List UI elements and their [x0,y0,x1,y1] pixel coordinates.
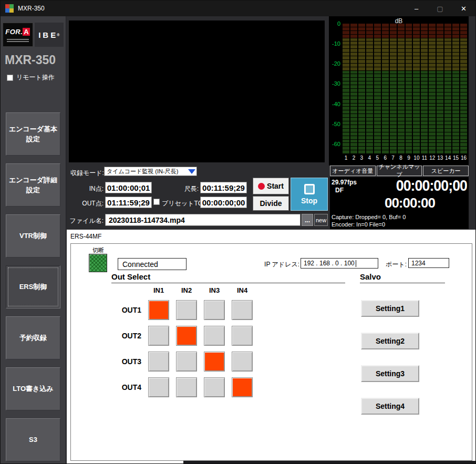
meter-led [452,35,459,38]
meter-led [413,92,420,96]
meter-led [358,53,365,56]
matrix-cell-out3-in3[interactable] [204,352,225,372]
meter-button-1[interactable]: オーディオ音量 [330,166,376,176]
meter-led [444,89,451,92]
matrix-cell-out1-in3[interactable] [204,300,225,320]
meter-led [421,42,428,45]
matrix-cell-out4-in1[interactable] [148,377,169,397]
in-point-field[interactable]: 01:00:00;01 [105,182,152,193]
meter-led [421,60,428,63]
meter-led [343,132,349,136]
matrix-cell-out3-in1[interactable] [148,352,169,372]
meter-led [366,92,373,96]
meter-led [444,132,451,136]
meter-scale-label: -10 [332,41,340,47]
preset-tc-field[interactable]: 00:00:00;00 [200,197,247,208]
ip-address-field[interactable]: 192 . 168 . 0 . 100 [301,258,378,269]
sidebar-item-scheduled-record[interactable]: 予約収録 [6,316,60,359]
matrix-cell-out2-in3[interactable] [204,326,225,346]
meter-led [437,60,443,63]
maximize-button[interactable]: ▢ [428,1,452,16]
meter-led [452,150,459,153]
new-file-button[interactable]: new [314,214,328,226]
preset-tc-checkbox[interactable] [153,199,160,205]
meter-led [406,140,412,143]
meter-led [350,60,357,63]
meter-led [460,147,467,150]
remote-operation-checkbox[interactable] [7,75,13,81]
meter-led [437,45,443,48]
meter-led [398,38,405,42]
matrix-cell-out1-in2[interactable] [176,300,197,320]
meter-led [382,104,389,107]
matrix-cell-out3-in4[interactable] [232,352,253,372]
matrix-cell-out2-in1[interactable] [148,326,169,346]
meter-led [429,49,436,52]
port-field[interactable]: 1234 [408,258,449,268]
meter-led [413,110,420,114]
meter-led [444,85,451,88]
meter-led [382,92,389,96]
matrix-col-header-in3: IN3 [204,286,225,294]
close-button[interactable]: ✕ [452,1,475,16]
meter-button-2[interactable]: チャンネルマップ [377,166,422,176]
sidebar-item-ers-control[interactable]: ERS制御 [6,265,60,308]
meter-led [366,53,373,56]
stop-button[interactable]: Stop [291,178,328,211]
out-point-label: OUT点: [70,199,104,208]
meter-led [343,74,349,77]
meter-led [343,71,349,74]
meter-led [413,78,420,81]
start-button[interactable]: Start [253,178,289,194]
meter-led [444,100,451,103]
meter-led [350,56,357,59]
meter-led [421,96,428,99]
meter-led [421,132,428,136]
matrix-cell-out1-in4[interactable] [232,300,253,320]
meter-led [398,53,405,56]
sidebar-item-encoder-basic[interactable]: エンコーダ基本 設定 [6,112,60,156]
matrix-cell-out1-in1[interactable] [148,300,169,320]
matrix-cell-out4-in3[interactable] [204,377,225,397]
browse-button[interactable]: ... [302,214,313,226]
encoder-status: Encoder: In=0 File=0 [332,221,385,228]
filename-field[interactable]: 20230118-114734.mp4 [105,214,301,226]
sidebar-item-lto-write[interactable]: LTO書き込み [6,367,60,410]
salvo-setting-2-button[interactable]: Setting2 [361,333,419,349]
meter-button-3[interactable]: スピーカー [423,166,469,176]
meter-led [437,67,443,70]
divide-button[interactable]: Divide [253,196,289,211]
out-point-field[interactable]: 01:11:59;29 [105,197,152,208]
duration-field[interactable]: 00:11:59;29 [200,182,247,193]
meter-led [398,74,405,77]
matrix-cell-out2-in2[interactable] [176,326,197,346]
meter-led [343,150,349,153]
meter-channel-labels: 12345678910111213141516 [343,155,467,161]
matrix-cell-out4-in4[interactable] [232,377,253,397]
divide-button-label: Divide [260,199,282,208]
meter-led [406,147,412,150]
meter-led [374,96,381,99]
salvo-setting-4-button[interactable]: Setting4 [361,398,419,415]
meter-led [429,118,436,121]
meter-led [429,114,436,117]
sidebar-item-encoder-detail[interactable]: エンコーダ詳細 設定 [6,163,60,207]
meter-led [343,24,349,27]
salvo-setting-3-button[interactable]: Setting3 [361,365,419,382]
sidebar-item-s3[interactable]: S3 [6,418,60,461]
record-mode-dropdown[interactable]: タイムコード監視 (IN-尺長) [104,167,197,176]
meter-led [382,140,389,143]
sidebar-item-vtr-control[interactable]: VTR制御 [6,214,60,257]
minimize-button[interactable]: – [405,1,428,16]
meter-led [452,24,459,27]
matrix-cell-out2-in4[interactable] [232,326,253,346]
meter-led [429,42,436,45]
meter-led [429,92,436,96]
meter-led [444,49,451,52]
matrix-cell-out4-in2[interactable] [176,377,197,397]
connect-toggle-button[interactable] [89,254,107,272]
matrix-cell-out3-in2[interactable] [176,352,197,372]
salvo-setting-1-button[interactable]: Setting1 [361,300,419,317]
meter-led [382,71,389,74]
meter-led [350,129,357,132]
